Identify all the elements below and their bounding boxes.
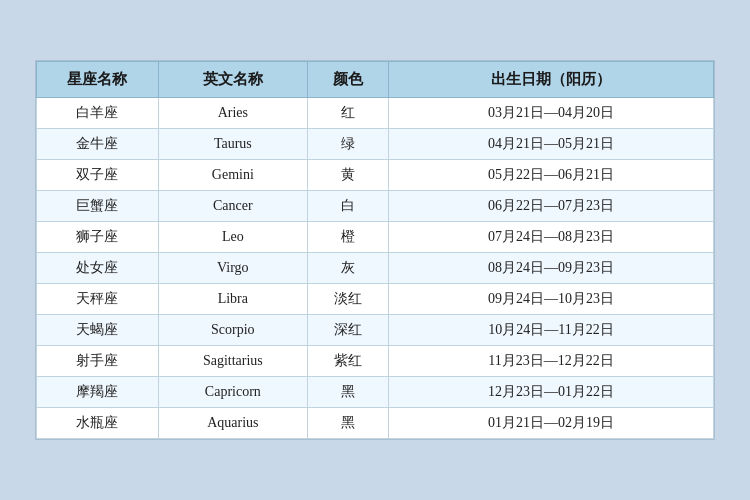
zodiac-table-container: 星座名称 英文名称 颜色 出生日期（阳历） 白羊座Aries红03月21日—04… [35, 60, 715, 440]
cell-color: 黑 [307, 377, 388, 408]
cell-en-name: Cancer [158, 191, 307, 222]
cell-cn-name: 双子座 [37, 160, 159, 191]
cell-en-name: Virgo [158, 253, 307, 284]
cell-date: 04月21日—05月21日 [389, 129, 714, 160]
cell-color: 绿 [307, 129, 388, 160]
table-row: 白羊座Aries红03月21日—04月20日 [37, 98, 714, 129]
cell-cn-name: 金牛座 [37, 129, 159, 160]
cell-en-name: Capricorn [158, 377, 307, 408]
header-color: 颜色 [307, 62, 388, 98]
table-row: 天秤座Libra淡红09月24日—10月23日 [37, 284, 714, 315]
table-header-row: 星座名称 英文名称 颜色 出生日期（阳历） [37, 62, 714, 98]
cell-color: 淡红 [307, 284, 388, 315]
cell-cn-name: 天秤座 [37, 284, 159, 315]
cell-en-name: Aquarius [158, 408, 307, 439]
table-row: 狮子座Leo橙07月24日—08月23日 [37, 222, 714, 253]
cell-en-name: Libra [158, 284, 307, 315]
table-body: 白羊座Aries红03月21日—04月20日金牛座Taurus绿04月21日—0… [37, 98, 714, 439]
cell-en-name: Aries [158, 98, 307, 129]
cell-cn-name: 巨蟹座 [37, 191, 159, 222]
cell-cn-name: 狮子座 [37, 222, 159, 253]
table-row: 天蝎座Scorpio深红10月24日—11月22日 [37, 315, 714, 346]
cell-en-name: Leo [158, 222, 307, 253]
cell-color: 黑 [307, 408, 388, 439]
cell-en-name: Scorpio [158, 315, 307, 346]
cell-color: 橙 [307, 222, 388, 253]
header-date: 出生日期（阳历） [389, 62, 714, 98]
table-row: 巨蟹座Cancer白06月22日—07月23日 [37, 191, 714, 222]
table-row: 射手座Sagittarius紫红11月23日—12月22日 [37, 346, 714, 377]
cell-color: 紫红 [307, 346, 388, 377]
header-cn-name: 星座名称 [37, 62, 159, 98]
cell-color: 深红 [307, 315, 388, 346]
cell-date: 09月24日—10月23日 [389, 284, 714, 315]
cell-color: 红 [307, 98, 388, 129]
table-row: 双子座Gemini黄05月22日—06月21日 [37, 160, 714, 191]
cell-cn-name: 天蝎座 [37, 315, 159, 346]
cell-date: 05月22日—06月21日 [389, 160, 714, 191]
cell-en-name: Gemini [158, 160, 307, 191]
cell-cn-name: 处女座 [37, 253, 159, 284]
cell-date: 10月24日—11月22日 [389, 315, 714, 346]
cell-en-name: Taurus [158, 129, 307, 160]
cell-color: 白 [307, 191, 388, 222]
cell-date: 11月23日—12月22日 [389, 346, 714, 377]
cell-cn-name: 水瓶座 [37, 408, 159, 439]
cell-en-name: Sagittarius [158, 346, 307, 377]
cell-color: 灰 [307, 253, 388, 284]
cell-date: 12月23日—01月22日 [389, 377, 714, 408]
cell-cn-name: 射手座 [37, 346, 159, 377]
cell-date: 01月21日—02月19日 [389, 408, 714, 439]
zodiac-table: 星座名称 英文名称 颜色 出生日期（阳历） 白羊座Aries红03月21日—04… [36, 61, 714, 439]
table-row: 摩羯座Capricorn黑12月23日—01月22日 [37, 377, 714, 408]
cell-date: 03月21日—04月20日 [389, 98, 714, 129]
cell-date: 07月24日—08月23日 [389, 222, 714, 253]
table-row: 处女座Virgo灰08月24日—09月23日 [37, 253, 714, 284]
table-row: 金牛座Taurus绿04月21日—05月21日 [37, 129, 714, 160]
cell-cn-name: 摩羯座 [37, 377, 159, 408]
cell-color: 黄 [307, 160, 388, 191]
header-en-name: 英文名称 [158, 62, 307, 98]
cell-cn-name: 白羊座 [37, 98, 159, 129]
cell-date: 08月24日—09月23日 [389, 253, 714, 284]
table-row: 水瓶座Aquarius黑01月21日—02月19日 [37, 408, 714, 439]
cell-date: 06月22日—07月23日 [389, 191, 714, 222]
